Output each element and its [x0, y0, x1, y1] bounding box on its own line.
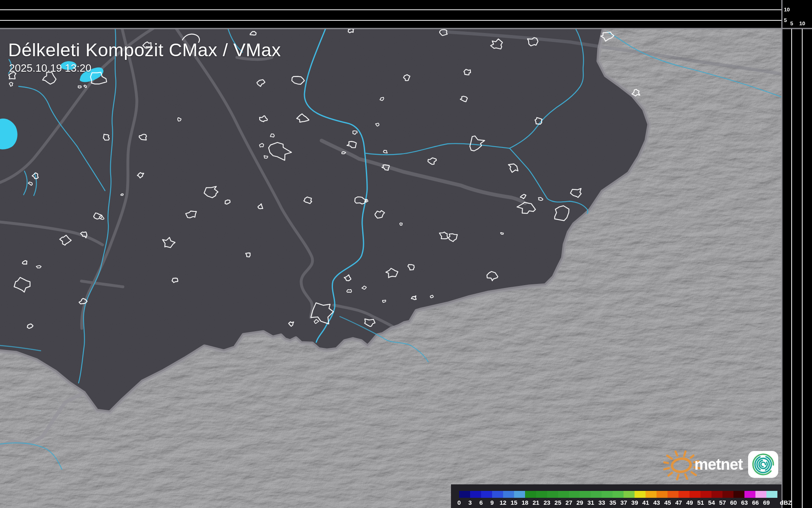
product-title: Délkeleti Kompozit CMax / VMax — [8, 40, 281, 61]
dbz-tick-label: 41 — [642, 499, 649, 506]
dbz-tick-label: 33 — [598, 499, 605, 506]
dbz-tick-label: 23 — [543, 499, 550, 506]
dbz-tick-label: 43 — [653, 499, 660, 506]
ruler-label-v10: 10 — [784, 7, 790, 12]
dbz-tick-label: 66 — [752, 499, 759, 506]
dbz-tick-label: 25 — [554, 499, 561, 506]
dbz-tick-label: 15 — [510, 499, 517, 506]
product-timestamp: 2025.10.19 13:20 — [9, 62, 91, 75]
ruler-label-h5: 5 — [790, 21, 793, 26]
dbz-tick-label: 47 — [675, 499, 682, 506]
dbz-tick-label: 29 — [576, 499, 583, 506]
dbz-tick-label: 18 — [521, 499, 528, 506]
dbz-tick-label: 54 — [708, 499, 715, 506]
radar-screenshot: Délkeleti Kompozit CMax / VMax 2025.10.1… — [0, 0, 812, 508]
dbz-tick-label: 69 — [763, 499, 770, 506]
spiral-logo-icon — [748, 451, 778, 478]
dbz-tick-label: 35 — [609, 499, 616, 506]
dbz-colorbar-cells — [459, 491, 777, 498]
dbz-tick-label: 51 — [697, 499, 704, 506]
dbz-unit-label: dBZ — [780, 499, 792, 506]
dbz-tick-label: 0 — [457, 499, 461, 506]
metnet-logo: metnet — [663, 446, 786, 485]
dbz-tick-label: 45 — [664, 499, 671, 506]
dbz-tick-label: 9 — [490, 499, 494, 506]
metnet-wordmark: metnet — [694, 456, 743, 473]
ruler-label-h10: 10 — [799, 21, 805, 26]
ruler-label-v5: 5 — [784, 18, 787, 23]
dbz-tick-label: 6 — [479, 499, 483, 506]
dbz-tick-label: 21 — [532, 499, 539, 506]
dbz-tick-label: 3 — [468, 499, 472, 506]
dbz-tick-label: 57 — [719, 499, 726, 506]
dbz-tick-label: 49 — [686, 499, 693, 506]
dbz-tick-label: 31 — [587, 499, 594, 506]
dbz-colorbar: dBZ 036912151821232527293133353739414345… — [451, 484, 781, 508]
dbz-tick-label: 63 — [741, 499, 748, 506]
dbz-tick-label: 27 — [565, 499, 572, 506]
dbz-tick-label: 37 — [620, 499, 627, 506]
dbz-tick-label: 39 — [631, 499, 638, 506]
dbz-tick-label: 60 — [730, 499, 737, 506]
dbz-tick-label: 12 — [500, 499, 507, 506]
radar-map — [0, 0, 812, 508]
